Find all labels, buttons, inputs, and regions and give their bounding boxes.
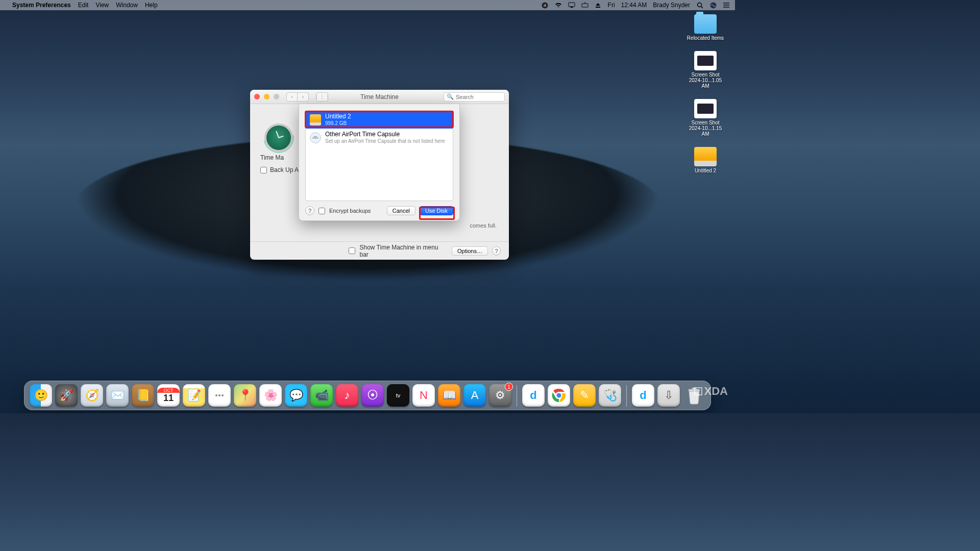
dock-app-music[interactable]: ♪ (336, 384, 358, 407)
select-disk-sheet: Untitled 2 999.2 GB Other AirPort Time C… (299, 104, 460, 221)
dock-downloads[interactable]: ⇩ (657, 384, 680, 407)
svg-text:d: d (544, 3, 546, 8)
encrypt-checkbox[interactable] (318, 208, 325, 214)
svg-rect-2 (569, 3, 575, 7)
search-field[interactable]: 🔍 (444, 92, 505, 102)
disk-row-sub: Set up an AirPort Time Capsule that is n… (325, 138, 445, 144)
menubar: System Preferences Edit View Window Help… (0, 0, 735, 10)
menu-view[interactable]: View (95, 2, 109, 9)
dock-app-safari[interactable]: 🧭 (81, 384, 103, 407)
screenshot-icon (694, 51, 717, 70)
menubar-day[interactable]: Fri (608, 2, 615, 9)
backup-auto-checkbox[interactable] (260, 167, 267, 173)
use-disk-button[interactable]: Use Disk (420, 206, 453, 215)
dashlane-menuextra-icon[interactable]: d (542, 2, 549, 9)
folder-icon (694, 14, 717, 34)
disk-list: Untitled 2 999.2 GB Other AirPort Time C… (305, 110, 453, 201)
menubar-time[interactable]: 12:44 AM (621, 2, 647, 9)
dock-app-facetime[interactable]: 📹 (310, 384, 333, 407)
dock: 🙂 🚀 🧭 ✉️ 📒 OCT11 📝 📍 🌸 💬 📹 ♪ ⦿ tv N 📖 A … (24, 381, 711, 410)
window-close-button[interactable] (254, 94, 260, 99)
airplay-icon[interactable] (568, 2, 575, 9)
show-in-menubar-checkbox[interactable] (349, 247, 355, 254)
watermark: XDA (691, 384, 731, 399)
svg-rect-4 (596, 7, 600, 8)
svg-point-5 (697, 3, 701, 7)
dock-app-calendar[interactable]: OCT11 (157, 384, 180, 407)
time-capsule-icon (310, 132, 321, 143)
window-titlebar[interactable]: ‹ › ⋮⋮⋮ Time Machine 🔍 (250, 90, 509, 104)
dock-app-books[interactable]: 📖 (438, 384, 460, 407)
sheet-help-button[interactable]: ? (305, 206, 314, 215)
keyboard-input-icon[interactable] (581, 2, 589, 9)
siri-icon[interactable] (709, 2, 717, 9)
desktop-icon-label: Relocated Items (687, 35, 724, 41)
notification-center-icon[interactable] (723, 2, 730, 9)
options-button[interactable]: Options… (452, 246, 488, 256)
dock-app-messages[interactable]: 💬 (285, 384, 307, 407)
dock-app-appstore[interactable]: A (463, 384, 486, 407)
dock-app-chrome[interactable] (548, 384, 570, 407)
external-disk-icon (310, 114, 321, 126)
help-button[interactable]: ? (492, 246, 501, 256)
desktop-icon-relocated[interactable]: Relocated Items (685, 14, 726, 41)
cancel-button[interactable]: Cancel (387, 206, 415, 215)
disk-row-sub: 999.2 GB (325, 120, 351, 127)
disk-row-title: Other AirPort Time Capsule (325, 131, 445, 138)
show-all-button[interactable]: ⋮⋮⋮ (316, 92, 328, 102)
desktop-icon-label: Screen Shot 2024-10...1.05 AM (685, 72, 726, 89)
dock-app-podcasts[interactable]: ⦿ (361, 384, 384, 407)
nav-back-forward: ‹ › (286, 92, 309, 102)
dock-app-utility[interactable]: 🩺 (599, 384, 621, 407)
dock-app-dashlane[interactable]: d (522, 384, 545, 407)
external-drive-icon (694, 147, 717, 166)
dock-app-tv[interactable]: tv (387, 384, 409, 407)
eject-fastuser-icon[interactable] (595, 2, 602, 9)
dock-app-reminders[interactable] (208, 384, 231, 407)
nav-forward-button[interactable]: › (298, 92, 309, 102)
dock-app-news[interactable]: N (412, 384, 435, 407)
dock-app-finder[interactable]: 🙂 (30, 384, 52, 407)
dock-app-pages[interactable]: ✎ (573, 384, 596, 407)
menubar-user[interactable]: Brady Snyder (653, 2, 690, 9)
dock-app-launchpad[interactable]: 🚀 (55, 384, 78, 407)
dock-app-maps[interactable]: 📍 (234, 384, 256, 407)
show-in-menubar-label: Show Time Machine in menu bar (359, 244, 444, 258)
desktop-icon-label: Untitled 2 (695, 168, 716, 173)
svg-line-6 (701, 6, 703, 8)
menubar-app-name[interactable]: System Preferences (12, 2, 71, 9)
disk-row-selected[interactable]: Untitled 2 999.2 GB (306, 111, 453, 129)
window-bottom-bar: Show Time Machine in menu bar Options… ? (250, 241, 509, 260)
chrome-icon (551, 388, 567, 403)
svg-point-11 (315, 138, 316, 139)
dock-app-system-preferences[interactable]: ⚙︎1 (489, 384, 511, 407)
dock-separator (517, 385, 517, 407)
nav-back-button[interactable]: ‹ (286, 92, 298, 102)
dock-app-contacts[interactable]: 📒 (132, 384, 154, 407)
menu-window[interactable]: Window (116, 2, 138, 9)
info-text-tail: comes full. (470, 222, 497, 229)
dock-app-photos[interactable]: 🌸 (259, 384, 282, 407)
desktop-icon-screenshot-2[interactable]: Screen Shot 2024-10...1.15 AM (685, 99, 726, 137)
window-minimize-button[interactable] (264, 94, 270, 99)
dock-app-notes[interactable]: 📝 (183, 384, 205, 407)
wifi-icon[interactable] (555, 2, 562, 9)
dock-app-mail[interactable]: ✉️ (106, 384, 129, 407)
menu-edit[interactable]: Edit (78, 2, 89, 9)
disk-row-airport[interactable]: Other AirPort Time Capsule Set up an Air… (306, 129, 453, 146)
svg-rect-3 (582, 4, 588, 7)
search-icon: 🔍 (447, 93, 454, 100)
desktop-icons: Relocated Items Screen Shot 2024-10...1.… (685, 14, 726, 173)
badge-icon: 1 (505, 383, 513, 391)
desktop-icon-screenshot-1[interactable]: Screen Shot 2024-10...1.05 AM (685, 51, 726, 89)
desktop-icon-label: Screen Shot 2024-10...1.15 AM (685, 120, 726, 137)
disk-row-title: Untitled 2 (325, 113, 351, 120)
backup-auto-label: Back Up Au (270, 166, 302, 173)
window-zoom-button (274, 94, 279, 99)
search-input[interactable] (456, 94, 502, 100)
menu-help[interactable]: Help (145, 2, 158, 9)
dock-separator (626, 385, 627, 407)
desktop-icon-drive[interactable]: Untitled 2 (685, 147, 726, 173)
dock-app-dashlane-2[interactable]: d (632, 384, 654, 407)
spotlight-icon[interactable] (696, 2, 703, 9)
